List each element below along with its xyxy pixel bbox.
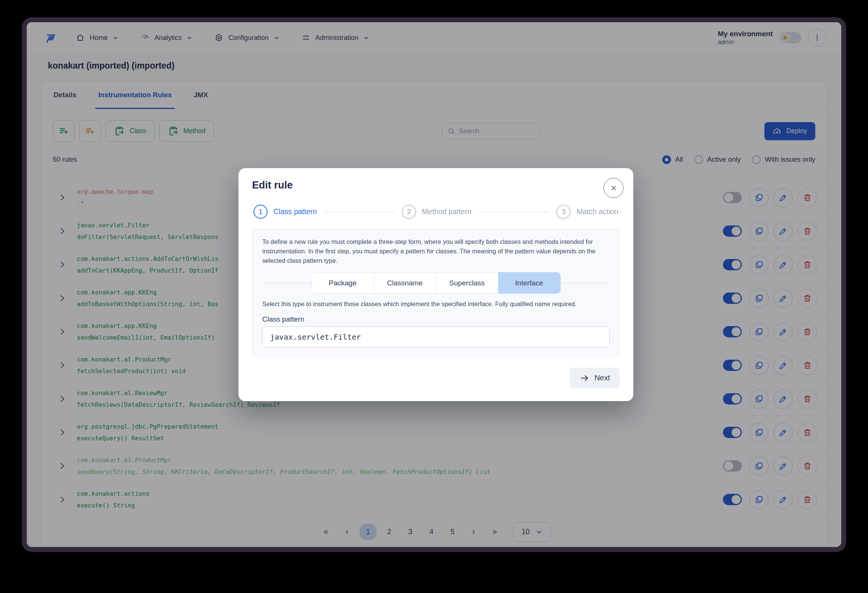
modal-title: Edit rule xyxy=(252,179,620,191)
class-pattern-input[interactable] xyxy=(262,326,610,348)
step-label: Match action xyxy=(576,207,618,216)
pattern-type-package[interactable]: Package xyxy=(312,272,374,294)
pattern-type-row: Package Classname Superclass Interface xyxy=(262,272,610,294)
close-icon xyxy=(610,184,618,192)
modal-footer: Next xyxy=(252,368,620,388)
class-pattern-panel: To define a new rule you must complete a… xyxy=(252,229,620,357)
segment-divider-line xyxy=(262,283,312,283)
pattern-type-hint: Select this type to instrument those cla… xyxy=(262,300,610,308)
pattern-type-classname[interactable]: Classname xyxy=(374,272,436,294)
step-number: 3 xyxy=(556,205,570,219)
stepper-connector xyxy=(479,211,549,212)
stepper-connector xyxy=(324,211,394,212)
step-label: Class pattern xyxy=(274,207,317,216)
next-button[interactable]: Next xyxy=(570,368,620,388)
arrow-right-icon xyxy=(579,373,589,383)
segment-divider-line xyxy=(561,283,610,283)
app-surface: Home Analytics Configuration Administrat… xyxy=(27,22,841,547)
app-window: Home Analytics Configuration Administrat… xyxy=(22,17,846,552)
step-number: 1 xyxy=(254,205,267,219)
pattern-type-superclass[interactable]: Superclass xyxy=(436,272,498,294)
step-label: Method pattern xyxy=(422,207,471,216)
next-label: Next xyxy=(594,374,610,382)
step-class-pattern[interactable]: 1 Class pattern xyxy=(254,205,317,219)
edit-rule-modal: Edit rule 1 Class pattern 2 Method patte… xyxy=(238,168,633,401)
pattern-type-segments: Package Classname Superclass Interface xyxy=(312,272,561,294)
step-method-pattern[interactable]: 2 Method pattern xyxy=(402,205,471,219)
stepper: 1 Class pattern 2 Method pattern 3 Match… xyxy=(252,205,620,219)
step-number: 2 xyxy=(402,205,416,219)
pattern-type-interface[interactable]: Interface xyxy=(498,272,561,294)
modal-close-button[interactable] xyxy=(604,178,623,198)
class-pattern-label: Class pattern xyxy=(262,315,610,323)
step-match-action[interactable]: 3 Match action xyxy=(556,205,618,219)
panel-description: To define a new rule you must complete a… xyxy=(262,237,610,265)
